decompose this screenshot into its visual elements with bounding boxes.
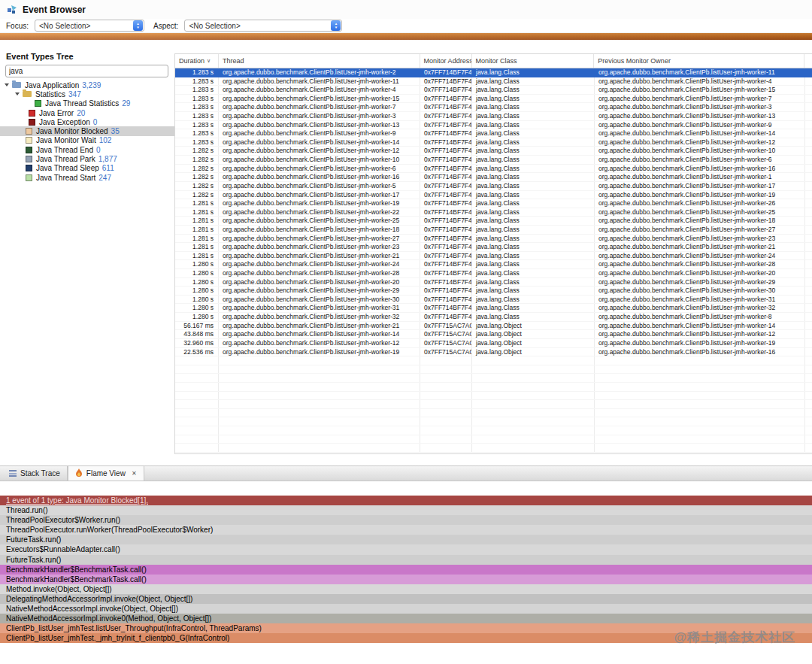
table-row[interactable]: 43.848 msorg.apache.dubbo.benchmark.Clie… — [175, 330, 812, 339]
empty-cell — [420, 365, 472, 374]
column-header-previous-monitor-owner[interactable]: Previous Monitor Owner — [594, 54, 804, 68]
flame-frame[interactable]: ThreadPoolExecutor.runWorker(ThreadPoolE… — [0, 525, 812, 535]
flame-frame[interactable]: BenchmarkHandler$BenchmarkTask.call() — [0, 565, 812, 575]
table-row[interactable]: 1.282 sorg.apache.dubbo.benchmark.Client… — [175, 165, 812, 174]
flame-frame[interactable]: Thread.run() — [0, 505, 812, 515]
tree-item-java-thread-sleep[interactable]: Java Thread Sleep611 — [0, 164, 174, 173]
empty-row — [175, 409, 812, 418]
flame-frame[interactable]: Method.invoke(Object, Object[]) — [0, 584, 812, 594]
table-row[interactable]: 1.283 sorg.apache.dubbo.benchmark.Client… — [175, 112, 812, 121]
cell-monitor-class: java.lang.Class — [472, 103, 595, 111]
table-row[interactable]: 1.282 sorg.apache.dubbo.benchmark.Client… — [175, 191, 812, 200]
table-row[interactable]: 1.282 sorg.apache.dubbo.benchmark.Client… — [175, 173, 812, 182]
table-row[interactable]: 32.960 msorg.apache.dubbo.benchmark.Clie… — [175, 339, 812, 348]
table-row[interactable]: 1.283 sorg.apache.dubbo.benchmark.Client… — [175, 68, 812, 77]
table-row[interactable]: 1.280 sorg.apache.dubbo.benchmark.Client… — [175, 260, 812, 269]
table-row[interactable]: 22.536 msorg.apache.dubbo.benchmark.Clie… — [175, 348, 812, 357]
table-row[interactable]: 1.282 sorg.apache.dubbo.benchmark.Client… — [175, 147, 812, 156]
panel-title: Event Types Tree — [0, 40, 174, 65]
table-row[interactable]: 1.281 sorg.apache.dubbo.benchmark.Client… — [175, 235, 812, 244]
tree-item-java-error[interactable]: Java Error20 — [0, 108, 174, 117]
tree-item-java-thread-park[interactable]: Java Thread Park1,877 — [0, 154, 174, 163]
cell-previous-monitor-owner: org.apache.dubbo.benchmark.ClientPb.list… — [595, 103, 805, 111]
bottom-tab-bar: Stack TraceFlame View✕ — [0, 465, 812, 481]
table-row[interactable]: 1.280 sorg.apache.dubbo.benchmark.Client… — [175, 278, 812, 287]
sort-descending-icon: ∨ — [207, 58, 211, 64]
cell-monitor-address: 0x7FF714BF7F40 — [420, 68, 472, 77]
cell-monitor-class: java.lang.Class — [472, 235, 595, 243]
empty-cell — [595, 409, 805, 417]
cell-monitor-class: java.lang.Class — [472, 260, 595, 268]
table-row[interactable]: 1.283 sorg.apache.dubbo.benchmark.Client… — [175, 129, 812, 138]
cell-monitor-class: java.lang.Class — [472, 199, 595, 208]
column-header-monitor-class[interactable]: Monitor Class — [472, 54, 595, 68]
tree-item-java-thread-end[interactable]: Java Thread End0 — [0, 145, 174, 154]
event-color-swatch — [29, 119, 35, 126]
cell-monitor-class: java.lang.Class — [472, 287, 595, 295]
table-row[interactable]: 1.283 sorg.apache.dubbo.benchmark.Client… — [175, 103, 812, 112]
table-row[interactable]: 1.281 sorg.apache.dubbo.benchmark.Client… — [175, 243, 812, 252]
flame-frame[interactable]: NativeMethodAccessorImpl.invoke(Object, … — [0, 604, 812, 614]
cell-previous-monitor-owner: org.apache.dubbo.benchmark.ClientPb.list… — [595, 269, 805, 277]
flame-frame[interactable]: FutureTask.run() — [0, 535, 812, 544]
table-row[interactable]: 1.281 sorg.apache.dubbo.benchmark.Client… — [175, 226, 812, 235]
flame-frame[interactable]: DelegatingMethodAccessorImpl.invoke(Obje… — [0, 594, 812, 604]
table-row[interactable]: 1.283 sorg.apache.dubbo.benchmark.Client… — [175, 95, 812, 104]
column-label: Thread — [223, 57, 244, 65]
focus-select[interactable]: <No Selection> ▲ ▼ — [35, 20, 144, 32]
table-row[interactable]: 1.282 sorg.apache.dubbo.benchmark.Client… — [175, 182, 812, 191]
flame-frame[interactable]: FutureTask.run() — [0, 555, 812, 565]
table-row[interactable]: 1.280 sorg.apache.dubbo.benchmark.Client… — [175, 296, 812, 305]
cell-duration: 1.283 s — [175, 121, 219, 129]
tree-item-label: Java Thread Start — [36, 174, 95, 182]
table-row[interactable]: 1.280 sorg.apache.dubbo.benchmark.Client… — [175, 313, 812, 322]
tree-item-label: Statistics — [35, 90, 65, 99]
flame-frame[interactable]: NativeMethodAccessorImpl.invoke0(Method,… — [0, 614, 812, 623]
column-header-duration[interactable]: Duration∨ — [175, 54, 219, 68]
tree-item-java-thread-statistics[interactable]: Java Thread Statistics29 — [0, 99, 174, 108]
tree-item-java-exception[interactable]: Java Exception0 — [0, 117, 174, 126]
flame-frame[interactable]: ThreadPoolExecutor$Worker.run() — [0, 515, 812, 525]
column-header-thread[interactable]: Thread — [219, 54, 420, 68]
cell-thread: org.apache.dubbo.benchmark.ClientPb.list… — [219, 296, 420, 304]
table-row[interactable]: 1.280 sorg.apache.dubbo.benchmark.Client… — [175, 287, 812, 296]
tree-item-java-monitor-wait[interactable]: Java Monitor Wait102 — [0, 136, 174, 145]
cell-previous-monitor-owner: org.apache.dubbo.benchmark.ClientPb.list… — [595, 278, 805, 287]
table-row[interactable]: 1.283 sorg.apache.dubbo.benchmark.Client… — [175, 138, 812, 147]
tab-stack-trace[interactable]: Stack Trace — [2, 466, 68, 481]
column-header-monitor-address[interactable]: Monitor Address — [420, 54, 472, 68]
table-row[interactable]: 1.281 sorg.apache.dubbo.benchmark.Client… — [175, 199, 812, 208]
cell-previous-monitor-owner: org.apache.dubbo.benchmark.ClientPb.list… — [595, 226, 805, 234]
table-row[interactable]: 1.281 sorg.apache.dubbo.benchmark.Client… — [175, 217, 812, 226]
tree-item-java-monitor-blocked[interactable]: Java Monitor Blocked35 — [0, 126, 174, 135]
flame-frame[interactable]: BenchmarkHandler$BenchmarkTask.call() — [0, 575, 812, 584]
empty-cell — [472, 409, 595, 417]
tree-item-count: 0 — [93, 118, 98, 126]
flame-frame[interactable]: 1 event of 1 type: Java Monitor Blocked[… — [0, 496, 812, 505]
flame-frame[interactable]: Executors$RunnableAdapter.call() — [0, 544, 812, 554]
tree-item-java-application[interactable]: Java Application3,239 — [0, 80, 174, 89]
empty-cell — [175, 392, 219, 400]
tree-filter-input[interactable] — [5, 65, 168, 77]
expand-caret-icon[interactable] — [5, 83, 9, 86]
tab-flame-view[interactable]: Flame View✕ — [68, 466, 144, 481]
scrollbar-track[interactable] — [804, 54, 812, 68]
table-row[interactable]: 1.283 sorg.apache.dubbo.benchmark.Client… — [175, 121, 812, 130]
table-row[interactable]: 1.283 sorg.apache.dubbo.benchmark.Client… — [175, 77, 812, 86]
tree-item-java-thread-start[interactable]: Java Thread Start247 — [0, 173, 174, 182]
table-row[interactable]: 1.281 sorg.apache.dubbo.benchmark.Client… — [175, 252, 812, 261]
tab-close-icon[interactable]: ✕ — [132, 470, 137, 477]
empty-cell — [219, 417, 420, 426]
empty-cell — [472, 435, 595, 444]
table-row[interactable]: 1.280 sorg.apache.dubbo.benchmark.Client… — [175, 304, 812, 313]
table-row[interactable]: 1.282 sorg.apache.dubbo.benchmark.Client… — [175, 156, 812, 165]
aspect-select[interactable]: <No Selection> ▲ ▼ — [184, 20, 342, 32]
table-row[interactable]: 1.280 sorg.apache.dubbo.benchmark.Client… — [175, 269, 812, 278]
empty-cell — [175, 444, 219, 452]
table-row[interactable]: 1.281 sorg.apache.dubbo.benchmark.Client… — [175, 208, 812, 217]
table-row[interactable]: 1.283 sorg.apache.dubbo.benchmark.Client… — [175, 86, 812, 95]
tree-item-statistics[interactable]: Statistics347 — [0, 89, 174, 99]
cell-previous-monitor-owner: org.apache.dubbo.benchmark.ClientPb.list… — [595, 313, 805, 321]
table-row[interactable]: 56.167 msorg.apache.dubbo.benchmark.Clie… — [175, 322, 812, 331]
expand-caret-icon[interactable] — [15, 92, 20, 96]
